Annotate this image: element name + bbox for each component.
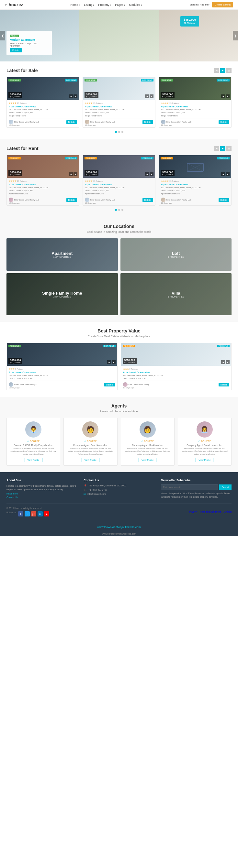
agent-2-view-profile-button[interactable]: View Profile: [82, 458, 99, 462]
sale-card-3-name[interactable]: Apartment Oceanview: [161, 105, 229, 108]
sale-prev-button[interactable]: ◄: [214, 68, 219, 73]
create-listing-button[interactable]: Create Listing: [212, 2, 233, 7]
site-logo[interactable]: ⌂ houzez: [5, 2, 23, 7]
rent-card-2-details-button[interactable]: Details: [142, 198, 153, 202]
rent-card-2-price: $350,000$21,000/mo: [84, 170, 99, 176]
best-card-2-next[interactable]: ►: [226, 360, 230, 364]
best-card-1-name[interactable]: Apartment Oceanview: [9, 371, 115, 374]
sale-card-1-specs: Beds: 3 Baths: 2 Sqft: 1,965: [9, 112, 77, 114]
rent-card-2-prev[interactable]: ◄: [145, 173, 149, 176]
rent-prev-button[interactable]: ◄: [214, 146, 219, 151]
footer-copyright: © 2015 Houzez. All rights reserved Follo…: [6, 507, 49, 517]
agents-section: Agents Here could be a nice sub title 👨‍…: [0, 397, 238, 472]
email-icon: ✉: [83, 493, 86, 496]
youtube-icon[interactable]: ▶: [44, 511, 49, 517]
sale-card-1-name[interactable]: Apartment Oceanview: [9, 105, 77, 108]
footer-read-more-link[interactable]: Read more: [6, 493, 77, 495]
nav-pages[interactable]: Pages: [115, 3, 125, 6]
best-property-section: Best Property Value Create Your Real Est…: [0, 322, 238, 397]
rent-card-3-name[interactable]: Apartment Oceanview: [161, 183, 229, 186]
sale-card-3-prev[interactable]: ◄: [221, 94, 225, 98]
sale-card-2-details-button[interactable]: Details: [142, 120, 153, 124]
sale-next-button[interactable]: ►: [220, 68, 226, 73]
location-villa-count: 6 PROPERTIES: [168, 296, 184, 298]
sale-card-1-details-button[interactable]: Details: [67, 120, 77, 124]
hero-next-button[interactable]: ❯: [233, 31, 238, 40]
footer-newsletter-input[interactable]: [161, 485, 218, 490]
sale-nav: ◄ ► ⊞: [214, 68, 232, 73]
nav-property[interactable]: Property: [98, 3, 111, 6]
sale-card-2-address: 123 East View Street, Miami Beach, FL 33…: [85, 108, 153, 111]
best-card-2-name[interactable]: Apartment Oceanview: [123, 371, 230, 374]
rent-grid-button[interactable]: ⊞: [226, 146, 232, 151]
best-card-1-next[interactable]: ►: [112, 360, 115, 364]
sale-card-3-next[interactable]: ►: [226, 94, 230, 98]
sale-dot-2[interactable]: [118, 131, 120, 133]
sale-dot-3[interactable]: [122, 131, 123, 133]
rent-card-2-next[interactable]: ►: [150, 173, 154, 176]
location-apartment[interactable]: Apartment 11 PROPERTIES: [6, 238, 118, 271]
rent-card-1-name[interactable]: Apartment Oceanview: [9, 183, 77, 186]
linkedin-icon[interactable]: in: [37, 511, 43, 517]
rent-dot-2[interactable]: [118, 209, 120, 211]
hero-prev-button[interactable]: ❮: [0, 31, 5, 40]
footer-privacy-link[interactable]: Privacy: [189, 510, 196, 513]
hero-details-button[interactable]: Details: [10, 48, 22, 52]
rent-card-3-details-button[interactable]: Details: [218, 198, 229, 202]
sale-card-1-body: ★★★★ 15 Ratings Apartment Oceanview 123 …: [7, 100, 79, 127]
watermark-link[interactable]: www.DownloadNinja.Thewiki.com: [97, 526, 141, 529]
best-card-2-details-button[interactable]: Details: [218, 383, 229, 386]
footer-terms-link[interactable]: Terms and Conditions: [199, 510, 221, 513]
rent-card-1-details-button[interactable]: Details: [67, 198, 77, 202]
sale-card-1-prev[interactable]: ◄: [69, 94, 73, 98]
location-apartment-name: Apartment: [52, 251, 73, 256]
agent-3-avatar: 👩: [139, 422, 156, 438]
best-card-1-details-button[interactable]: Details: [104, 383, 115, 386]
sale-card-1-time: 12 Days ago: [9, 124, 77, 126]
rent-card-1-next[interactable]: ►: [74, 173, 77, 176]
location-villa-name: Villa: [171, 291, 180, 296]
rent-dot-3[interactable]: [122, 209, 123, 211]
googleplus-icon[interactable]: g+: [31, 511, 36, 517]
agent-1-avatar: 👨‍💼: [25, 422, 42, 438]
sale-card-2-name[interactable]: Apartment Oceanview: [85, 105, 153, 108]
best-card-2-address: 123 East View Street, Miami Beach, FL 33…: [123, 374, 230, 376]
sale-card-2-prev[interactable]: ◄: [145, 94, 149, 98]
rent-next-button[interactable]: ►: [220, 146, 226, 151]
rent-dot-1[interactable]: [115, 209, 117, 211]
sale-dot-1[interactable]: [115, 131, 117, 133]
sale-grid-button[interactable]: ⊞: [226, 68, 232, 73]
best-card-2-prev[interactable]: ◄: [221, 360, 225, 364]
sale-card-1-next[interactable]: ►: [74, 94, 77, 98]
location-villa[interactable]: Villa 6 PROPERTIES: [121, 273, 232, 315]
best-card-1-image: FOR SALE FOR RENT $350,000$21,000/mo ◄ ►: [7, 343, 117, 366]
footer-contact-us-link[interactable]: Contact Us: [6, 496, 77, 498]
location-loft-overlay: Loft 8 PROPERTIES: [121, 238, 232, 271]
agent-2-company: Company Agent, Cool Houses Inc.: [67, 444, 114, 446]
footer-contact-link[interactable]: Contact: [224, 510, 232, 513]
nav-listing[interactable]: Listing: [84, 3, 94, 6]
agent-1-view-profile-button[interactable]: View Profile: [25, 458, 43, 462]
rent-card-3-next[interactable]: ►: [226, 173, 230, 176]
signin-button[interactable]: Sign In / Register: [189, 3, 209, 6]
nav-home[interactable]: Home: [70, 3, 80, 6]
agent-4-view-profile-button[interactable]: View Profile: [195, 458, 213, 462]
sale-card-2-next[interactable]: ►: [150, 94, 154, 98]
sale-card-1-badge-left: FOR SALE: [8, 79, 21, 82]
footer-newsletter-submit[interactable]: Submit: [219, 485, 232, 490]
rent-card-1-address: 123 East View Street, Miami Beach, FL 33…: [9, 187, 77, 189]
best-card-1-prev[interactable]: ◄: [107, 360, 111, 364]
sale-card-3-details-button[interactable]: Details: [218, 120, 229, 124]
rent-card-1-prev[interactable]: ◄: [69, 173, 73, 176]
rent-card-2-badge-right: FOR SALE: [141, 157, 154, 159]
rent-card-3-prev[interactable]: ◄: [221, 173, 225, 176]
agent-3-view-profile-button[interactable]: View Profile: [139, 458, 156, 462]
facebook-icon[interactable]: f: [18, 511, 23, 517]
location-family-home[interactable]: Single Family Home 15 PROPERTIES: [6, 273, 118, 315]
twitter-icon[interactable]: t: [25, 511, 30, 517]
nav-modules[interactable]: Modules: [129, 3, 142, 6]
logo-icon: ⌂: [5, 2, 7, 7]
sale-section-title: Latest for Sale: [6, 68, 37, 73]
location-loft[interactable]: Loft 8 PROPERTIES: [121, 238, 232, 271]
rent-card-2-name[interactable]: Apartment Oceanview: [85, 183, 153, 186]
